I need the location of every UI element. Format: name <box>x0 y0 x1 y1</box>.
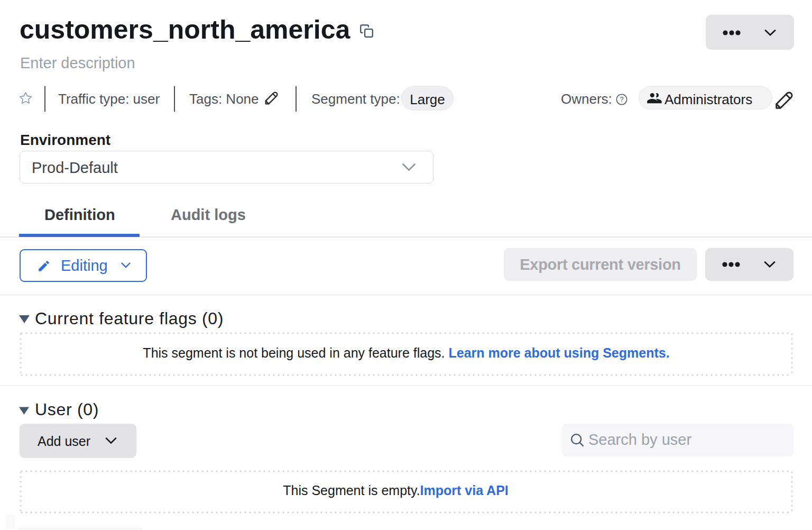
svg-text:?: ? <box>620 95 623 103</box>
